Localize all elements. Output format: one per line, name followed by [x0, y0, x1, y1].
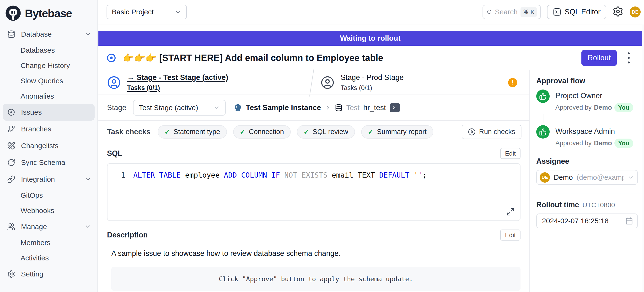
assignee-select[interactable]: DE Demo (demo@example [536, 170, 638, 185]
sidebar-item-branches[interactable]: Branches [0, 121, 98, 137]
search-placeholder: Search [495, 8, 518, 16]
approval-step-workspace-admin: Workspace Admin Approved by Demo You [536, 125, 638, 148]
check-icon: ✓ [240, 128, 246, 136]
rollout-time-input[interactable]: 2024-02-07 16:25:18 [536, 214, 638, 228]
stage-tab-tasks: Tasks (0/1) [127, 84, 228, 92]
rollout-time-value: 2024-02-07 16:25:18 [542, 217, 625, 225]
description-title: Description [107, 231, 148, 239]
gear-icon [612, 6, 624, 17]
sql-editor[interactable]: 1ALTER TABLE employee ADD COLUMN IF NOT … [107, 163, 520, 221]
sql-section: SQL Edit 1ALTER TABLE employee ADD COLUM… [98, 143, 529, 223]
chevron-down-icon [627, 174, 634, 181]
attention-badge: ! [508, 78, 517, 87]
issue-main: → Stage - Test Stage (active) Tasks (0/1… [98, 70, 529, 292]
description-section: Description Edit A sample issue to showc… [98, 223, 529, 291]
more-options-button[interactable] [624, 51, 634, 65]
assignee-avatar: DE [540, 172, 550, 183]
gear-icon [7, 270, 15, 278]
rollout-button[interactable]: Rollout [582, 50, 617, 66]
project-selector[interactable]: Basic Project [106, 5, 187, 19]
stage-selector-row: Stage Test Stage (active) Test Sample In… [98, 95, 529, 121]
sidebar-item-setting[interactable]: Setting [0, 266, 98, 282]
brand-logo[interactable]: Bytebase [0, 0, 98, 24]
stage-tab-tasks: Tasks (0/1) [341, 84, 404, 92]
environment-label: Test [346, 104, 360, 112]
sidebar-item-integration[interactable]: Integration [0, 171, 98, 188]
check-pills: ✓ Statement type ✓ Connection ✓ SQL revi… [158, 125, 433, 138]
maximize-icon [506, 208, 515, 216]
sidebar-item-sync-schema[interactable]: Sync Schema [0, 154, 98, 171]
kebab-dot [628, 62, 630, 63]
sidebar-item-manage[interactable]: Manage [0, 218, 98, 235]
chevron-down-icon [84, 31, 91, 38]
sidebar-item-change-history[interactable]: Change History [0, 58, 98, 73]
sidebar-item-webhooks[interactable]: Webhooks [0, 203, 98, 218]
sql-code-line: 1ALTER TABLE employee ADD COLUMN IF NOT … [120, 170, 520, 181]
sidebar-item-anomalies[interactable]: Anomalies [0, 89, 98, 104]
description-text: A sample issue to showcase how to review… [111, 249, 520, 258]
expand-editor-button[interactable] [506, 208, 515, 216]
sidebar-item-changelists[interactable]: Changelists [0, 137, 98, 154]
instance-name[interactable]: Test Sample Instance [246, 103, 321, 112]
sidebar-item-database[interactable]: Database [0, 26, 98, 43]
check-pill-connection[interactable]: ✓ Connection [233, 125, 291, 138]
run-checks-button[interactable]: Run checks [462, 125, 522, 139]
sidebar-item-members[interactable]: Members [0, 235, 98, 250]
scrollbar-track[interactable] [642, 25, 644, 292]
status-banner: Waiting to rollout [98, 31, 642, 46]
chevron-down-icon [84, 223, 91, 230]
check-icon: ✓ [164, 128, 170, 136]
database-name[interactable]: hr_test [363, 103, 386, 112]
search-shortcut-badge: ⌘ K [520, 7, 537, 17]
sidebar-item-label: Branches [21, 125, 51, 133]
bytebase-logo-icon [5, 5, 21, 21]
check-icon: ✓ [304, 128, 309, 136]
issue-header: 👉👉👉 [START HERE] Add email column to Emp… [98, 46, 642, 70]
sidebar-item-databases[interactable]: Databases [0, 43, 98, 58]
sidebar-item-slow-queries[interactable]: Slow Queries [0, 73, 98, 89]
sql-edit-button[interactable]: Edit [500, 148, 520, 159]
user-circle-icon [107, 76, 121, 89]
approval-role: Project Owner [556, 91, 633, 100]
sidebar-item-gitops[interactable]: GitOps [0, 188, 98, 203]
sidebar-item-label: Manage [21, 223, 47, 231]
thumbs-up-icon [539, 128, 547, 136]
kebab-dot [628, 57, 630, 59]
issue-title: 👉👉👉 [START HERE] Add email column to Emp… [123, 53, 383, 63]
check-pill-statement-type[interactable]: ✓ Statement type [158, 125, 227, 138]
approver-name: Demo [594, 139, 612, 147]
sidebar-item-activities[interactable]: Activities [0, 250, 98, 266]
sidebar-item-label: Issues [21, 108, 42, 116]
panel-divider [530, 193, 642, 193]
refresh-icon [7, 159, 15, 167]
you-badge: You [614, 103, 633, 112]
open-sql-editor-button[interactable] [390, 103, 400, 112]
user-avatar[interactable]: DE [630, 7, 641, 18]
approval-flow-title: Approval flow [536, 77, 638, 85]
stage-select-dropdown[interactable]: Test Stage (active) [133, 100, 226, 116]
assignee-name: Demo [554, 173, 573, 181]
approval-step-project-owner: Project Owner Approved by Demo You [536, 89, 638, 112]
sql-editor-button[interactable]: SQL Editor [547, 5, 606, 19]
sql-section-title: SQL [107, 149, 122, 158]
check-pill-summary-report[interactable]: ✓ Summary report [361, 125, 433, 138]
issue-status-icon [106, 53, 116, 63]
settings-gear-button[interactable] [612, 6, 624, 18]
sidebar-item-label: Database [21, 30, 52, 38]
sidebar-item-label: Changelists [21, 142, 58, 150]
stage-tabs: → Stage - Test Stage (active) Tasks (0/1… [98, 70, 529, 95]
project-selector-value: Basic Project [112, 8, 154, 16]
search-icon [487, 8, 492, 16]
stage-tab-prod[interactable]: Stage - Prod Stage Tasks (0/1) ! [312, 70, 529, 95]
description-note: Click "Approve" button to apply the sche… [219, 275, 413, 283]
sidebar-nav: Database Databases Change History Slow Q… [0, 24, 98, 282]
stage-tab-test[interactable]: → Stage - Test Stage (active) Tasks (0/1… [98, 70, 312, 95]
terminal-icon [553, 8, 561, 16]
check-pill-sql-review[interactable]: ✓ SQL review [297, 125, 355, 138]
description-edit-button[interactable]: Edit [500, 230, 520, 241]
thumbs-up-icon [539, 92, 547, 100]
chevron-down-icon [174, 8, 182, 16]
sidebar-item-issues[interactable]: Issues [3, 104, 94, 121]
active-stage-arrow: → [127, 73, 134, 82]
search-input[interactable]: Search ⌘ K [482, 5, 541, 19]
